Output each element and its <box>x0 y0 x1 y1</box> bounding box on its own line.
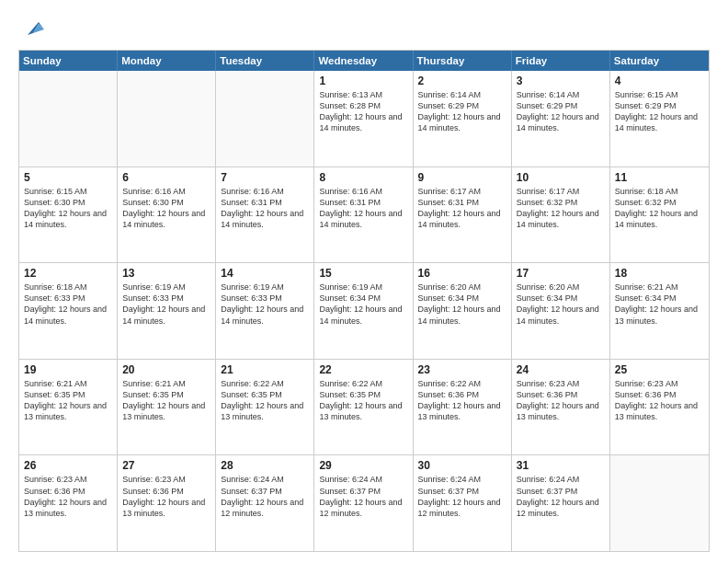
day-number: 10 <box>517 171 605 184</box>
day-number: 14 <box>221 267 309 280</box>
day-15: 15Sunrise: 6:19 AM Sunset: 6:34 PM Dayli… <box>314 263 413 359</box>
cell-info: Sunrise: 6:16 AM Sunset: 6:31 PM Dayligh… <box>221 186 309 231</box>
day-25: 25Sunrise: 6:23 AM Sunset: 6:36 PM Dayli… <box>610 360 709 455</box>
day-number: 11 <box>615 171 704 184</box>
cell-info: Sunrise: 6:24 AM Sunset: 6:37 PM Dayligh… <box>517 474 605 519</box>
cell-info: Sunrise: 6:23 AM Sunset: 6:36 PM Dayligh… <box>615 378 704 423</box>
day-number: 3 <box>517 75 605 87</box>
day-20: 20Sunrise: 6:21 AM Sunset: 6:35 PM Dayli… <box>118 360 216 455</box>
day-number: 15 <box>319 267 407 280</box>
day-19: 19Sunrise: 6:21 AM Sunset: 6:35 PM Dayli… <box>19 360 118 455</box>
day-number: 17 <box>517 267 605 280</box>
cell-info: Sunrise: 6:14 AM Sunset: 6:29 PM Dayligh… <box>418 89 506 134</box>
day-number: 28 <box>221 459 309 472</box>
day-number: 25 <box>615 363 704 376</box>
day-5: 5Sunrise: 6:15 AM Sunset: 6:30 PM Daylig… <box>19 167 118 263</box>
cell-info: Sunrise: 6:21 AM Sunset: 6:35 PM Dayligh… <box>122 378 210 423</box>
day-16: 16Sunrise: 6:20 AM Sunset: 6:34 PM Dayli… <box>414 263 512 359</box>
day-8: 8Sunrise: 6:16 AM Sunset: 6:31 PM Daylig… <box>314 167 413 263</box>
day-number: 4 <box>615 75 704 87</box>
day-number: 12 <box>24 267 112 280</box>
calendar-header: SundayMondayTuesdayWednesdayThursdayFrid… <box>19 51 709 71</box>
day-number: 13 <box>122 267 210 280</box>
day-number: 7 <box>221 171 309 184</box>
day-number: 26 <box>24 459 112 472</box>
cell-info: Sunrise: 6:15 AM Sunset: 6:30 PM Dayligh… <box>24 186 112 231</box>
day-number: 30 <box>418 459 506 472</box>
calendar-row: 19Sunrise: 6:21 AM Sunset: 6:35 PM Dayli… <box>19 359 709 455</box>
logo-icon <box>20 15 46 40</box>
day-3: 3Sunrise: 6:14 AM Sunset: 6:29 PM Daylig… <box>512 71 610 167</box>
day-number: 22 <box>319 363 407 376</box>
empty-cell <box>216 71 314 167</box>
day-number: 1 <box>319 75 407 87</box>
day-number: 21 <box>221 363 309 376</box>
day-4: 4Sunrise: 6:15 AM Sunset: 6:29 PM Daylig… <box>610 71 709 167</box>
day-number: 31 <box>517 459 605 472</box>
cell-info: Sunrise: 6:18 AM Sunset: 6:32 PM Dayligh… <box>615 186 704 231</box>
cell-info: Sunrise: 6:24 AM Sunset: 6:37 PM Dayligh… <box>221 474 309 519</box>
weekday-header: Monday <box>118 51 216 71</box>
cell-info: Sunrise: 6:13 AM Sunset: 6:28 PM Dayligh… <box>319 89 407 134</box>
day-22: 22Sunrise: 6:22 AM Sunset: 6:35 PM Dayli… <box>314 360 413 455</box>
day-number: 2 <box>418 75 506 87</box>
day-1: 1Sunrise: 6:13 AM Sunset: 6:28 PM Daylig… <box>314 71 413 167</box>
cell-info: Sunrise: 6:21 AM Sunset: 6:35 PM Dayligh… <box>24 378 112 423</box>
day-14: 14Sunrise: 6:19 AM Sunset: 6:33 PM Dayli… <box>216 263 314 359</box>
day-23: 23Sunrise: 6:22 AM Sunset: 6:36 PM Dayli… <box>414 360 512 455</box>
weekday-header: Sunday <box>19 51 118 71</box>
cell-info: Sunrise: 6:17 AM Sunset: 6:32 PM Dayligh… <box>517 186 605 231</box>
weekday-header: Thursday <box>414 51 512 71</box>
day-12: 12Sunrise: 6:18 AM Sunset: 6:33 PM Dayli… <box>19 263 118 359</box>
day-number: 24 <box>517 363 605 376</box>
day-17: 17Sunrise: 6:20 AM Sunset: 6:34 PM Dayli… <box>512 263 610 359</box>
cell-info: Sunrise: 6:20 AM Sunset: 6:34 PM Dayligh… <box>517 282 605 327</box>
day-number: 27 <box>122 459 210 472</box>
weekday-header: Tuesday <box>216 51 314 71</box>
weekday-header: Friday <box>512 51 610 71</box>
cell-info: Sunrise: 6:22 AM Sunset: 6:35 PM Dayligh… <box>221 378 309 423</box>
cell-info: Sunrise: 6:14 AM Sunset: 6:29 PM Dayligh… <box>517 89 605 134</box>
weekday-header: Wednesday <box>314 51 413 71</box>
cell-info: Sunrise: 6:15 AM Sunset: 6:29 PM Dayligh… <box>615 89 704 134</box>
empty-cell <box>610 455 709 551</box>
day-6: 6Sunrise: 6:16 AM Sunset: 6:30 PM Daylig… <box>118 167 216 263</box>
day-7: 7Sunrise: 6:16 AM Sunset: 6:31 PM Daylig… <box>216 167 314 263</box>
cell-info: Sunrise: 6:22 AM Sunset: 6:36 PM Dayligh… <box>418 378 506 423</box>
day-number: 6 <box>122 171 210 184</box>
calendar-row: 12Sunrise: 6:18 AM Sunset: 6:33 PM Dayli… <box>19 262 709 359</box>
logo <box>18 15 46 40</box>
cell-info: Sunrise: 6:20 AM Sunset: 6:34 PM Dayligh… <box>418 282 506 327</box>
calendar-row: 5Sunrise: 6:15 AM Sunset: 6:30 PM Daylig… <box>19 167 709 263</box>
calendar-row: 26Sunrise: 6:23 AM Sunset: 6:36 PM Dayli… <box>19 454 709 551</box>
day-21: 21Sunrise: 6:22 AM Sunset: 6:35 PM Dayli… <box>216 360 314 455</box>
day-number: 29 <box>319 459 407 472</box>
calendar-row: 1Sunrise: 6:13 AM Sunset: 6:28 PM Daylig… <box>19 71 709 167</box>
day-2: 2Sunrise: 6:14 AM Sunset: 6:29 PM Daylig… <box>414 71 512 167</box>
day-31: 31Sunrise: 6:24 AM Sunset: 6:37 PM Dayli… <box>512 455 610 551</box>
header <box>18 15 710 40</box>
day-28: 28Sunrise: 6:24 AM Sunset: 6:37 PM Dayli… <box>216 455 314 551</box>
day-11: 11Sunrise: 6:18 AM Sunset: 6:32 PM Dayli… <box>610 167 709 263</box>
day-number: 23 <box>418 363 506 376</box>
cell-info: Sunrise: 6:23 AM Sunset: 6:36 PM Dayligh… <box>122 474 210 519</box>
day-number: 18 <box>615 267 704 280</box>
cell-info: Sunrise: 6:24 AM Sunset: 6:37 PM Dayligh… <box>319 474 407 519</box>
cell-info: Sunrise: 6:18 AM Sunset: 6:33 PM Dayligh… <box>24 282 112 327</box>
cell-info: Sunrise: 6:21 AM Sunset: 6:34 PM Dayligh… <box>615 282 704 327</box>
day-number: 8 <box>319 171 407 184</box>
cell-info: Sunrise: 6:23 AM Sunset: 6:36 PM Dayligh… <box>517 378 605 423</box>
day-30: 30Sunrise: 6:24 AM Sunset: 6:37 PM Dayli… <box>414 455 512 551</box>
calendar: SundayMondayTuesdayWednesdayThursdayFrid… <box>18 50 710 552</box>
empty-cell <box>118 71 216 167</box>
day-24: 24Sunrise: 6:23 AM Sunset: 6:36 PM Dayli… <box>512 360 610 455</box>
cell-info: Sunrise: 6:19 AM Sunset: 6:33 PM Dayligh… <box>122 282 210 327</box>
weekday-header: Saturday <box>610 51 709 71</box>
day-number: 16 <box>418 267 506 280</box>
calendar-body: 1Sunrise: 6:13 AM Sunset: 6:28 PM Daylig… <box>19 71 709 551</box>
day-9: 9Sunrise: 6:17 AM Sunset: 6:31 PM Daylig… <box>414 167 512 263</box>
cell-info: Sunrise: 6:19 AM Sunset: 6:34 PM Dayligh… <box>319 282 407 327</box>
day-13: 13Sunrise: 6:19 AM Sunset: 6:33 PM Dayli… <box>118 263 216 359</box>
day-10: 10Sunrise: 6:17 AM Sunset: 6:32 PM Dayli… <box>512 167 610 263</box>
day-27: 27Sunrise: 6:23 AM Sunset: 6:36 PM Dayli… <box>118 455 216 551</box>
